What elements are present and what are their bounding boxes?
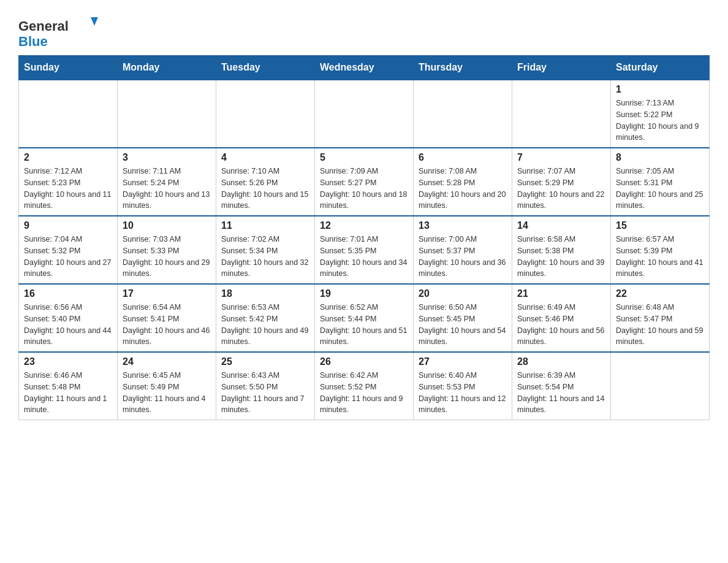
day-header-wednesday: Wednesday bbox=[315, 56, 414, 80]
day-info: Sunrise: 6:42 AM Sunset: 5:52 PM Dayligh… bbox=[320, 370, 408, 416]
day-number: 26 bbox=[320, 356, 408, 367]
calendar-cell: 4Sunrise: 7:10 AM Sunset: 5:26 PM Daylig… bbox=[216, 148, 315, 216]
day-info: Sunrise: 7:04 AM Sunset: 5:32 PM Dayligh… bbox=[24, 234, 112, 280]
day-number: 17 bbox=[123, 288, 211, 299]
day-info: Sunrise: 7:11 AM Sunset: 5:24 PM Dayligh… bbox=[123, 166, 211, 212]
calendar-cell: 6Sunrise: 7:08 AM Sunset: 5:28 PM Daylig… bbox=[414, 148, 512, 216]
day-number: 23 bbox=[24, 356, 112, 367]
calendar-cell: 25Sunrise: 6:43 AM Sunset: 5:50 PM Dayli… bbox=[216, 352, 315, 420]
day-number: 21 bbox=[517, 288, 605, 299]
day-number: 9 bbox=[24, 220, 112, 231]
day-number: 6 bbox=[419, 152, 507, 163]
day-info: Sunrise: 6:46 AM Sunset: 5:48 PM Dayligh… bbox=[24, 370, 112, 416]
day-info: Sunrise: 6:50 AM Sunset: 5:45 PM Dayligh… bbox=[419, 302, 507, 348]
day-info: Sunrise: 6:48 AM Sunset: 5:47 PM Dayligh… bbox=[616, 302, 704, 348]
calendar-cell: 28Sunrise: 6:39 AM Sunset: 5:54 PM Dayli… bbox=[512, 352, 611, 420]
calendar-cell: 3Sunrise: 7:11 AM Sunset: 5:24 PM Daylig… bbox=[118, 148, 216, 216]
day-info: Sunrise: 6:52 AM Sunset: 5:44 PM Dayligh… bbox=[320, 302, 408, 348]
logo-svg: General Blue bbox=[18, 12, 104, 49]
day-info: Sunrise: 7:00 AM Sunset: 5:37 PM Dayligh… bbox=[419, 234, 507, 280]
day-header-monday: Monday bbox=[118, 56, 216, 80]
calendar-cell bbox=[414, 80, 512, 148]
day-number: 11 bbox=[221, 220, 309, 231]
day-info: Sunrise: 7:10 AM Sunset: 5:26 PM Dayligh… bbox=[221, 166, 309, 212]
day-info: Sunrise: 6:58 AM Sunset: 5:38 PM Dayligh… bbox=[517, 234, 605, 280]
day-number: 25 bbox=[221, 356, 309, 367]
day-number: 22 bbox=[616, 288, 704, 299]
day-info: Sunrise: 6:56 AM Sunset: 5:40 PM Dayligh… bbox=[24, 302, 112, 348]
calendar-cell: 20Sunrise: 6:50 AM Sunset: 5:45 PM Dayli… bbox=[414, 284, 512, 352]
calendar-cell: 16Sunrise: 6:56 AM Sunset: 5:40 PM Dayli… bbox=[19, 284, 118, 352]
day-number: 27 bbox=[419, 356, 507, 367]
header: General Blue bbox=[18, 12, 710, 49]
svg-text:General: General bbox=[18, 18, 69, 34]
calendar-cell: 12Sunrise: 7:01 AM Sunset: 5:35 PM Dayli… bbox=[315, 216, 414, 284]
day-info: Sunrise: 6:49 AM Sunset: 5:46 PM Dayligh… bbox=[517, 302, 605, 348]
day-info: Sunrise: 6:53 AM Sunset: 5:42 PM Dayligh… bbox=[221, 302, 309, 348]
day-number: 16 bbox=[24, 288, 112, 299]
day-number: 20 bbox=[419, 288, 507, 299]
day-number: 15 bbox=[616, 220, 704, 231]
calendar-cell: 14Sunrise: 6:58 AM Sunset: 5:38 PM Dayli… bbox=[512, 216, 611, 284]
calendar-cell: 24Sunrise: 6:45 AM Sunset: 5:49 PM Dayli… bbox=[118, 352, 216, 420]
day-number: 2 bbox=[24, 152, 112, 163]
day-number: 8 bbox=[616, 152, 704, 163]
calendar-cell: 5Sunrise: 7:09 AM Sunset: 5:27 PM Daylig… bbox=[315, 148, 414, 216]
day-info: Sunrise: 6:39 AM Sunset: 5:54 PM Dayligh… bbox=[517, 370, 605, 416]
day-info: Sunrise: 6:40 AM Sunset: 5:53 PM Dayligh… bbox=[419, 370, 507, 416]
day-number: 1 bbox=[616, 84, 704, 95]
calendar-cell: 11Sunrise: 7:02 AM Sunset: 5:34 PM Dayli… bbox=[216, 216, 315, 284]
calendar-week-row: 2Sunrise: 7:12 AM Sunset: 5:23 PM Daylig… bbox=[19, 148, 710, 216]
day-info: Sunrise: 6:43 AM Sunset: 5:50 PM Dayligh… bbox=[221, 370, 309, 416]
day-number: 12 bbox=[320, 220, 408, 231]
day-info: Sunrise: 7:02 AM Sunset: 5:34 PM Dayligh… bbox=[221, 234, 309, 280]
day-header-sunday: Sunday bbox=[19, 56, 118, 80]
day-number: 10 bbox=[123, 220, 211, 231]
day-header-friday: Friday bbox=[512, 56, 611, 80]
calendar-week-row: 23Sunrise: 6:46 AM Sunset: 5:48 PM Dayli… bbox=[19, 352, 710, 420]
day-number: 28 bbox=[517, 356, 605, 367]
day-info: Sunrise: 7:03 AM Sunset: 5:33 PM Dayligh… bbox=[123, 234, 211, 280]
calendar-cell: 18Sunrise: 6:53 AM Sunset: 5:42 PM Dayli… bbox=[216, 284, 315, 352]
day-info: Sunrise: 7:08 AM Sunset: 5:28 PM Dayligh… bbox=[419, 166, 507, 212]
calendar-cell: 22Sunrise: 6:48 AM Sunset: 5:47 PM Dayli… bbox=[611, 284, 710, 352]
calendar-cell bbox=[611, 352, 710, 420]
calendar-week-row: 1Sunrise: 7:13 AM Sunset: 5:22 PM Daylig… bbox=[19, 80, 710, 148]
calendar-cell bbox=[315, 80, 414, 148]
day-number: 18 bbox=[221, 288, 309, 299]
day-info: Sunrise: 7:07 AM Sunset: 5:29 PM Dayligh… bbox=[517, 166, 605, 212]
calendar-cell: 10Sunrise: 7:03 AM Sunset: 5:33 PM Dayli… bbox=[118, 216, 216, 284]
svg-text:Blue: Blue bbox=[18, 34, 48, 49]
day-number: 19 bbox=[320, 288, 408, 299]
day-info: Sunrise: 6:54 AM Sunset: 5:41 PM Dayligh… bbox=[123, 302, 211, 348]
calendar-cell: 7Sunrise: 7:07 AM Sunset: 5:29 PM Daylig… bbox=[512, 148, 611, 216]
calendar-cell bbox=[19, 80, 118, 148]
day-info: Sunrise: 7:09 AM Sunset: 5:27 PM Dayligh… bbox=[320, 166, 408, 212]
calendar-cell: 2Sunrise: 7:12 AM Sunset: 5:23 PM Daylig… bbox=[19, 148, 118, 216]
day-info: Sunrise: 6:45 AM Sunset: 5:49 PM Dayligh… bbox=[123, 370, 211, 416]
calendar-cell bbox=[216, 80, 315, 148]
calendar-cell: 13Sunrise: 7:00 AM Sunset: 5:37 PM Dayli… bbox=[414, 216, 512, 284]
logo: General Blue bbox=[18, 12, 104, 49]
day-header-tuesday: Tuesday bbox=[216, 56, 315, 80]
calendar-cell: 15Sunrise: 6:57 AM Sunset: 5:39 PM Dayli… bbox=[611, 216, 710, 284]
calendar-cell: 8Sunrise: 7:05 AM Sunset: 5:31 PM Daylig… bbox=[611, 148, 710, 216]
calendar-cell: 9Sunrise: 7:04 AM Sunset: 5:32 PM Daylig… bbox=[19, 216, 118, 284]
calendar-cell: 23Sunrise: 6:46 AM Sunset: 5:48 PM Dayli… bbox=[19, 352, 118, 420]
day-number: 13 bbox=[419, 220, 507, 231]
day-number: 5 bbox=[320, 152, 408, 163]
calendar-cell: 19Sunrise: 6:52 AM Sunset: 5:44 PM Dayli… bbox=[315, 284, 414, 352]
svg-marker-1 bbox=[91, 17, 98, 26]
calendar-cell bbox=[118, 80, 216, 148]
calendar-cell: 27Sunrise: 6:40 AM Sunset: 5:53 PM Dayli… bbox=[414, 352, 512, 420]
day-info: Sunrise: 7:13 AM Sunset: 5:22 PM Dayligh… bbox=[616, 98, 704, 144]
calendar-cell: 21Sunrise: 6:49 AM Sunset: 5:46 PM Dayli… bbox=[512, 284, 611, 352]
calendar-table: SundayMondayTuesdayWednesdayThursdayFrid… bbox=[18, 55, 710, 420]
day-info: Sunrise: 6:57 AM Sunset: 5:39 PM Dayligh… bbox=[616, 234, 704, 280]
day-number: 4 bbox=[221, 152, 309, 163]
calendar-week-row: 9Sunrise: 7:04 AM Sunset: 5:32 PM Daylig… bbox=[19, 216, 710, 284]
day-info: Sunrise: 7:01 AM Sunset: 5:35 PM Dayligh… bbox=[320, 234, 408, 280]
calendar-header-row: SundayMondayTuesdayWednesdayThursdayFrid… bbox=[19, 56, 710, 80]
day-info: Sunrise: 7:05 AM Sunset: 5:31 PM Dayligh… bbox=[616, 166, 704, 212]
day-number: 3 bbox=[123, 152, 211, 163]
